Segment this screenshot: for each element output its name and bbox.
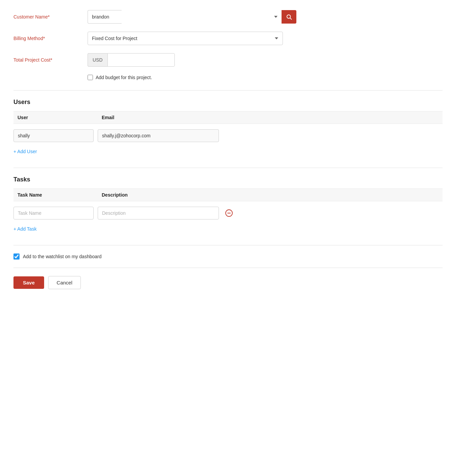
section-divider-2 bbox=[13, 168, 443, 168]
users-table-header: User Email bbox=[13, 111, 443, 124]
action-buttons: Save Cancel bbox=[13, 276, 443, 289]
cost-input-wrapper: USD bbox=[88, 53, 175, 67]
users-section-title: Users bbox=[13, 99, 443, 106]
billing-method-row: Billing Method* Fixed Cost for Project B… bbox=[13, 32, 443, 45]
customer-search-button[interactable] bbox=[282, 10, 296, 24]
watchlist-row: Add to the watchlist on my dashboard bbox=[13, 253, 443, 260]
customer-name-label: Customer Name* bbox=[13, 14, 88, 20]
task-name-input[interactable] bbox=[13, 207, 94, 219]
section-divider-3 bbox=[13, 245, 443, 245]
section-divider-1 bbox=[13, 90, 443, 91]
tasks-section: Tasks Task Name Description + Add Task bbox=[13, 176, 443, 237]
form-container: Customer Name* brandon Billing Method* F… bbox=[0, 0, 456, 476]
user-email-input[interactable] bbox=[98, 129, 219, 142]
budget-checkbox-label[interactable]: Add budget for this project. bbox=[96, 75, 152, 80]
billing-method-select[interactable]: Fixed Cost for Project Based on Task Hou… bbox=[88, 32, 283, 45]
total-project-cost-label: Total Project Cost* bbox=[13, 57, 88, 63]
billing-method-control: Fixed Cost for Project Based on Task Hou… bbox=[88, 32, 283, 45]
task-description-input[interactable] bbox=[98, 207, 219, 219]
user-col-header: User bbox=[13, 115, 98, 120]
section-divider-4 bbox=[13, 268, 443, 268]
customer-name-select[interactable]: brandon bbox=[88, 10, 122, 24]
cost-input[interactable] bbox=[107, 53, 175, 67]
billing-method-label: Billing Method* bbox=[13, 36, 88, 41]
watchlist-label[interactable]: Add to the watchlist on my dashboard bbox=[23, 254, 101, 259]
task-name-col-header: Task Name bbox=[13, 192, 98, 198]
watchlist-checkbox[interactable] bbox=[13, 253, 20, 260]
minus-circle-icon bbox=[225, 209, 233, 217]
tasks-table-header: Task Name Description bbox=[13, 189, 443, 201]
customer-name-select-wrapper: brandon bbox=[88, 10, 282, 24]
budget-checkbox-row: Add budget for this project. bbox=[88, 75, 443, 80]
customer-name-control: brandon bbox=[88, 10, 296, 24]
total-project-cost-row: Total Project Cost* USD bbox=[13, 53, 443, 67]
currency-label: USD bbox=[88, 53, 107, 67]
budget-checkbox[interactable] bbox=[88, 75, 93, 80]
cancel-button[interactable]: Cancel bbox=[48, 276, 81, 289]
customer-name-row: Customer Name* brandon bbox=[13, 10, 443, 24]
users-section: Users User Email + Add User bbox=[13, 99, 443, 160]
user-row bbox=[13, 129, 443, 142]
search-icon bbox=[286, 14, 292, 20]
remove-task-button[interactable] bbox=[224, 208, 234, 218]
add-task-button[interactable]: + Add Task bbox=[13, 226, 37, 232]
description-col-header: Description bbox=[98, 192, 443, 198]
email-col-header: Email bbox=[98, 115, 443, 120]
svg-line-1 bbox=[290, 18, 291, 19]
tasks-section-title: Tasks bbox=[13, 176, 443, 183]
add-user-button[interactable]: + Add User bbox=[13, 149, 37, 154]
user-name-input[interactable] bbox=[13, 129, 94, 142]
task-row bbox=[13, 207, 443, 219]
save-button[interactable]: Save bbox=[13, 276, 44, 289]
